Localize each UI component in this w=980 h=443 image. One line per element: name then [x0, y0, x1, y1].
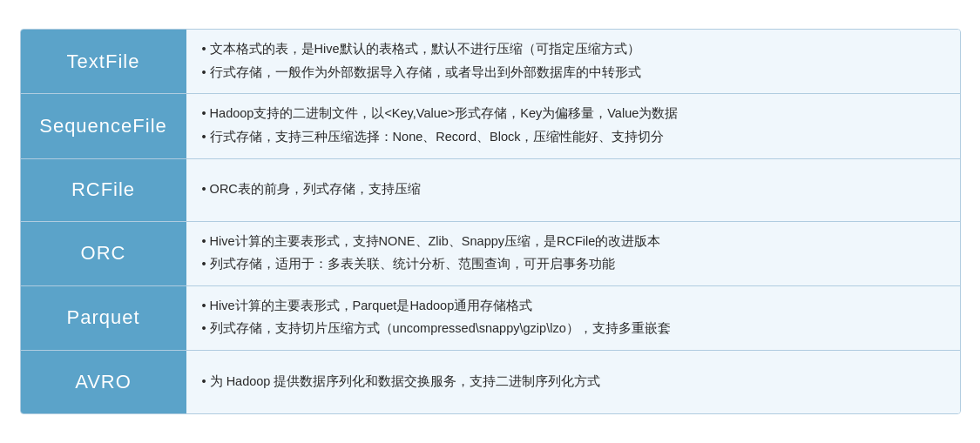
- format-description: 文本格式的表，是Hive默认的表格式，默认不进行压缩（可指定压缩方式）行式存储，…: [186, 30, 960, 93]
- list-item: 列式存储，适用于：多表关联、统计分析、范围查询，可开启事务功能: [202, 253, 944, 275]
- format-description: 为 Hadoop 提供数据序列化和数据交换服务，支持二进制序列化方式: [186, 351, 960, 413]
- table-row: RCFileORC表的前身，列式存储，支持压缩: [21, 159, 960, 222]
- table-row: ORCHive计算的主要表形式，支持NONE、Zlib、Snappy压缩，是RC…: [21, 222, 960, 286]
- list-item: ORC表的前身，列式存储，支持压缩: [202, 178, 944, 200]
- table-row: AVRO为 Hadoop 提供数据序列化和数据交换服务，支持二进制序列化方式: [21, 351, 960, 413]
- format-label: ORC: [21, 222, 186, 285]
- list-item: Hive计算的主要表形式，Parquet是Hadoop通用存储格式: [202, 295, 944, 317]
- format-description: Hadoop支持的二进制文件，以<Key,Value>形式存储，Key为偏移量，…: [186, 94, 960, 158]
- format-label: SequenceFile: [21, 94, 186, 158]
- list-item: 列式存储，支持切片压缩方式（uncompressed\snappy\gzip\l…: [202, 318, 944, 339]
- format-description: ORC表的前身，列式存储，支持压缩: [186, 159, 960, 221]
- list-item: 行式存储，一般作为外部数据导入存储，或者导出到外部数据库的中转形式: [202, 62, 944, 84]
- format-label: AVRO: [21, 351, 186, 413]
- format-label: Parquet: [21, 286, 186, 350]
- table-row: ParquetHive计算的主要表形式，Parquet是Hadoop通用存储格式…: [21, 286, 960, 351]
- list-item: Hadoop支持的二进制文件，以<Key,Value>形式存储，Key为偏移量，…: [202, 103, 944, 124]
- format-description: Hive计算的主要表形式，Parquet是Hadoop通用存储格式列式存储，支持…: [186, 286, 960, 350]
- format-label: TextFile: [21, 30, 186, 93]
- list-item: 行式存储，支持三种压缩选择：None、Record、Block，压缩性能好、支持…: [202, 126, 944, 148]
- table-row: TextFile文本格式的表，是Hive默认的表格式，默认不进行压缩（可指定压缩…: [21, 30, 960, 94]
- list-item: Hive计算的主要表形式，支持NONE、Zlib、Snappy压缩，是RCFil…: [202, 231, 944, 252]
- format-description: Hive计算的主要表形式，支持NONE、Zlib、Snappy压缩，是RCFil…: [186, 222, 960, 285]
- format-label: RCFile: [21, 159, 186, 221]
- list-item: 文本格式的表，是Hive默认的表格式，默认不进行压缩（可指定压缩方式）: [202, 38, 944, 60]
- list-item: 为 Hadoop 提供数据序列化和数据交换服务，支持二进制序列化方式: [202, 371, 944, 393]
- format-table: TextFile文本格式的表，是Hive默认的表格式，默认不进行压缩（可指定压缩…: [20, 29, 961, 414]
- table-row: SequenceFileHadoop支持的二进制文件，以<Key,Value>形…: [21, 94, 960, 158]
